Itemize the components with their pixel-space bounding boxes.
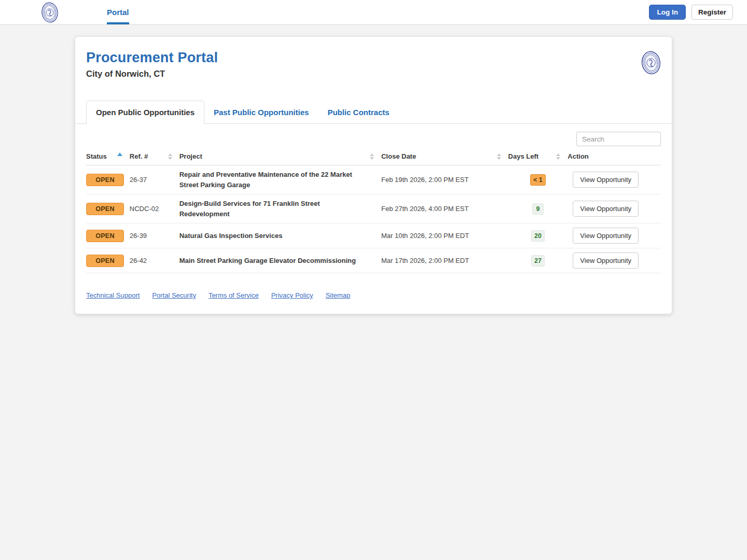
days-left-badge: 27 (531, 255, 545, 267)
status-cell: OPEN (86, 230, 130, 242)
column-header[interactable]: Close Date (381, 152, 508, 160)
sort-icon (117, 155, 122, 158)
view-opportunity-button[interactable]: View Opportunity (573, 253, 639, 269)
status-badge: OPEN (86, 255, 124, 267)
close-date-cell: Mar 10th 2026, 2:00 PM EDT (381, 232, 508, 240)
sort-icon (168, 153, 172, 160)
days-left-cell: 9 (508, 203, 568, 215)
status-cell: OPEN (86, 255, 130, 267)
tab[interactable]: Public Contracts (318, 101, 398, 123)
column-header[interactable]: Days Left (508, 152, 568, 160)
active-nav-underline (107, 22, 129, 24)
days-left-cell: 20 (508, 230, 568, 242)
status-cell: OPEN (86, 203, 130, 215)
ref-cell: 26-42 (130, 257, 179, 264)
table-row: OPEN 26-39 Natural Gas Inspection Servic… (86, 223, 661, 248)
nav-portal-label: Portal (107, 8, 129, 17)
action-cell: View Opportunity (568, 201, 661, 217)
login-button[interactable]: Log In (649, 5, 686, 20)
days-left-badge: 20 (531, 230, 545, 242)
close-date-cell: Feb 27th 2026, 4:00 PM EST (381, 205, 508, 213)
column-header[interactable]: Ref. # (130, 152, 179, 160)
page-title: Procurement Portal (86, 50, 218, 66)
status-badge: OPEN (86, 230, 124, 242)
top-nav: Portal Log In Register (0, 0, 747, 25)
card-header: Procurement Portal City of Norwich, CT (75, 37, 672, 79)
action-cell: View Opportunity (568, 228, 661, 244)
view-opportunity-button[interactable]: View Opportunity (573, 201, 639, 217)
project-cell: Repair and Preventative Maintenance of t… (179, 170, 381, 190)
column-label: Status (86, 152, 107, 160)
column-header[interactable]: Status (86, 152, 130, 160)
status-badge: OPEN (86, 203, 124, 215)
city-seal-icon (640, 50, 662, 78)
project-cell: Design-Build Services for 71 Franklin St… (179, 199, 381, 219)
table-header: Status Ref. # Project Close Date Days Le… (86, 148, 661, 165)
table-body: OPEN 26-37 Repair and Preventative Maint… (86, 165, 661, 273)
search-row (86, 132, 661, 146)
project-cell: Natural Gas Inspection Services (179, 231, 381, 241)
footer-link[interactable]: Portal Security (152, 291, 196, 299)
sort-icon (556, 153, 560, 160)
tab[interactable]: Past Public Opportunities (204, 101, 318, 123)
column-label: Ref. # (130, 152, 148, 160)
footer-link[interactable]: Sitemap (326, 291, 351, 299)
column-label: Days Left (508, 152, 539, 160)
footer-link[interactable]: Terms of Service (209, 291, 259, 299)
tab-content: Status Ref. # Project Close Date Days Le… (75, 132, 672, 273)
footer-link[interactable]: Technical Support (86, 291, 140, 299)
days-left-cell: < 1 (508, 174, 568, 186)
footer-link[interactable]: Privacy Policy (271, 291, 313, 299)
city-seal-icon (40, 1, 59, 24)
close-date-cell: Mar 17th 2026, 2:00 PM EDT (381, 257, 508, 264)
close-date-cell: Feb 19th 2026, 2:00 PM EST (381, 176, 508, 184)
table-row: OPEN 26-42 Main Street Parking Garage El… (86, 248, 661, 273)
sort-icon (497, 153, 501, 160)
status-badge: OPEN (86, 174, 124, 186)
table-row: OPEN 26-37 Repair and Preventative Maint… (86, 165, 661, 194)
project-cell: Main Street Parking Garage Elevator Deco… (179, 256, 381, 266)
ref-cell: 26-37 (130, 176, 179, 184)
portal-card: Procurement Portal City of Norwich, CT O… (75, 36, 672, 314)
footer-links: Technical SupportPortal SecurityTerms of… (75, 273, 672, 314)
days-left-badge: < 1 (530, 174, 546, 186)
column-label: Action (568, 152, 588, 160)
action-cell: View Opportunity (568, 172, 661, 188)
page-subtitle: City of Norwich, CT (86, 69, 218, 79)
view-opportunity-button[interactable]: View Opportunity (573, 172, 639, 188)
view-opportunity-button[interactable]: View Opportunity (573, 228, 639, 244)
nav-actions: Log In Register (649, 5, 733, 20)
column-label: Project (179, 152, 202, 160)
register-button[interactable]: Register (691, 5, 733, 20)
search-input[interactable] (576, 132, 661, 146)
days-left-badge: 9 (532, 203, 544, 215)
tabs: Open Public OpportunitiesPast Public Opp… (75, 101, 672, 124)
days-left-cell: 27 (508, 255, 568, 267)
status-cell: OPEN (86, 174, 130, 186)
table-row: OPEN NCDC-02 Design-Build Services for 7… (86, 194, 661, 223)
nav-portal-link[interactable]: Portal (107, 0, 129, 25)
tab[interactable]: Open Public Opportunities (86, 101, 204, 124)
column-header: Action (568, 152, 661, 160)
sort-icon (370, 153, 374, 160)
action-cell: View Opportunity (568, 253, 661, 269)
column-header[interactable]: Project (179, 152, 381, 160)
column-label: Close Date (381, 152, 416, 160)
ref-cell: NCDC-02 (130, 205, 179, 213)
ref-cell: 26-39 (130, 232, 179, 240)
